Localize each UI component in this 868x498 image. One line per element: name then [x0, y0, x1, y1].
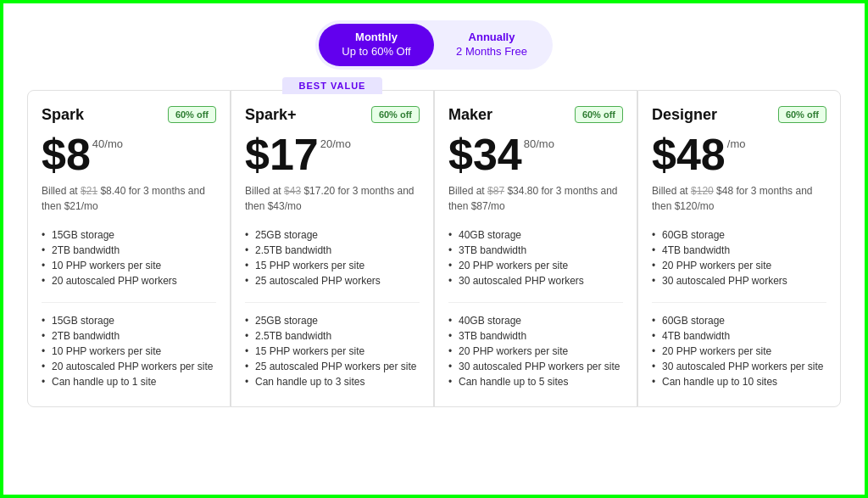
features-list-1: 25GB storage2.5TB bandwidth15 PHP worker…	[245, 227, 420, 288]
billed-text: Billed at $43 $17.20 for 3 months and th…	[245, 183, 420, 214]
feature-item: 30 autoscaled PHP workers	[448, 273, 623, 288]
feature-item: 60GB storage	[652, 313, 826, 328]
old-price: $87	[487, 185, 504, 197]
old-price: $21	[81, 185, 97, 197]
divider	[652, 302, 826, 303]
feature-item: 20 PHP workers per site	[448, 344, 623, 359]
annually-label-line2: 2 Months Free	[448, 45, 536, 59]
feature-item: 15GB storage	[42, 313, 216, 328]
features-list-2: 60GB storage4TB bandwidth20 PHP workers …	[652, 313, 826, 389]
plan-name: Spark	[42, 106, 84, 124]
plan-card-spark-plus: BEST VALUE Spark+ 60% off $17 20/mo Bill…	[231, 90, 434, 407]
pricing-grid: Spark 60% off $8 40/mo Billed at $21 $8.…	[27, 90, 841, 407]
price-suffix: 80/mo	[524, 137, 554, 150]
plan-name: Designer	[652, 106, 717, 124]
old-price: $43	[284, 185, 301, 197]
feature-item: 20 autoscaled PHP workers	[42, 273, 216, 288]
features-list-1: 15GB storage2TB bandwidth10 PHP workers …	[42, 227, 216, 288]
features-list-1: 60GB storage4TB bandwidth20 PHP workers …	[652, 227, 826, 288]
billing-toggle[interactable]: Monthly Up to 60% Off Annually 2 Months …	[315, 20, 553, 70]
billed-text: Billed at $120 $48 for 3 months and then…	[652, 183, 826, 214]
discount-badge: 60% off	[371, 106, 420, 123]
feature-item: 25 autoscaled PHP workers per site	[245, 359, 420, 374]
features-list-2: 25GB storage2.5TB bandwidth15 PHP worker…	[245, 313, 420, 389]
feature-item: 20 autoscaled PHP workers per site	[42, 359, 216, 374]
monthly-label-line1: Monthly	[332, 31, 420, 45]
feature-item: Can handle up to 5 sites	[448, 374, 623, 389]
feature-item: 2.5TB bandwidth	[245, 243, 420, 258]
feature-item: 20 PHP workers per site	[652, 344, 826, 359]
monthly-toggle[interactable]: Monthly Up to 60% Off	[319, 24, 434, 66]
price-suffix: 40/mo	[92, 137, 123, 150]
price-suffix: 20/mo	[320, 137, 351, 150]
feature-item: 4TB bandwidth	[652, 328, 826, 344]
features-list-1: 40GB storage3TB bandwidth20 PHP workers …	[448, 227, 623, 288]
feature-item: Can handle up to 10 sites	[652, 374, 826, 389]
price-main: $48	[652, 132, 726, 176]
feature-item: 25GB storage	[245, 313, 420, 328]
feature-item: 25GB storage	[245, 227, 420, 243]
divider	[448, 302, 623, 303]
best-value-banner: BEST VALUE	[231, 77, 433, 94]
feature-item: 60GB storage	[652, 227, 826, 243]
feature-item: 10 PHP workers per site	[42, 344, 216, 359]
plan-header: Maker 60% off	[448, 106, 623, 124]
annually-label-line1: Annually	[448, 31, 536, 45]
feature-item: 20 PHP workers per site	[448, 258, 623, 273]
price-main: $8	[42, 132, 91, 176]
plan-card-designer: Designer 60% off $48 /mo Billed at $120 …	[637, 90, 841, 407]
discount-badge: 60% off	[575, 106, 623, 123]
price-main: $17	[245, 132, 319, 176]
plan-header: Spark 60% off	[42, 106, 216, 124]
billed-text: Billed at $87 $34.80 for 3 months and th…	[448, 183, 623, 214]
feature-item: 15 PHP workers per site	[245, 344, 420, 359]
feature-item: 30 autoscaled PHP workers per site	[652, 359, 826, 374]
price-main: $34	[448, 132, 522, 176]
feature-item: 20 PHP workers per site	[652, 258, 826, 273]
billed-text: Billed at $21 $8.40 for 3 months and the…	[42, 183, 216, 214]
feature-item: 30 autoscaled PHP workers per site	[448, 359, 623, 374]
price-row: $8 40/mo	[42, 132, 216, 176]
features-list-2: 40GB storage3TB bandwidth20 PHP workers …	[448, 313, 623, 389]
price-row: $48 /mo	[652, 132, 826, 176]
plan-card-spark: Spark 60% off $8 40/mo Billed at $21 $8.…	[27, 90, 231, 407]
price-row: $34 80/mo	[448, 132, 623, 176]
feature-item: 10 PHP workers per site	[42, 258, 216, 273]
feature-item: 3TB bandwidth	[448, 328, 623, 344]
feature-item: 3TB bandwidth	[448, 243, 623, 258]
plan-name: Spark+	[245, 106, 297, 124]
feature-item: 15GB storage	[42, 227, 216, 243]
divider	[42, 302, 216, 303]
feature-item: Can handle up to 3 sites	[245, 374, 420, 389]
features-list-2: 15GB storage2TB bandwidth10 PHP workers …	[42, 313, 216, 389]
feature-item: 40GB storage	[448, 313, 623, 328]
price-row: $17 20/mo	[245, 132, 420, 176]
plan-name: Maker	[448, 106, 492, 124]
feature-item: 40GB storage	[448, 227, 623, 243]
feature-item: 30 autoscaled PHP workers	[652, 273, 826, 288]
feature-item: Can handle up to 1 site	[42, 374, 216, 389]
price-suffix: /mo	[727, 137, 746, 150]
old-price: $120	[691, 185, 714, 197]
discount-badge: 60% off	[778, 106, 826, 123]
feature-item: 15 PHP workers per site	[245, 258, 420, 273]
plan-header: Spark+ 60% off	[245, 106, 420, 124]
feature-item: 2.5TB bandwidth	[245, 328, 420, 344]
annually-toggle[interactable]: Annually 2 Months Free	[434, 24, 549, 66]
feature-item: 2TB bandwidth	[42, 243, 216, 258]
plan-header: Designer 60% off	[652, 106, 826, 124]
feature-item: 2TB bandwidth	[42, 328, 216, 344]
divider	[245, 302, 420, 303]
best-value-label: BEST VALUE	[282, 77, 383, 94]
monthly-label-line2: Up to 60% Off	[332, 45, 420, 59]
feature-item: 25 autoscaled PHP workers	[245, 273, 420, 288]
discount-badge: 60% off	[168, 106, 216, 123]
feature-item: 4TB bandwidth	[652, 243, 826, 258]
plan-card-maker: Maker 60% off $34 80/mo Billed at $87 $3…	[434, 90, 637, 407]
